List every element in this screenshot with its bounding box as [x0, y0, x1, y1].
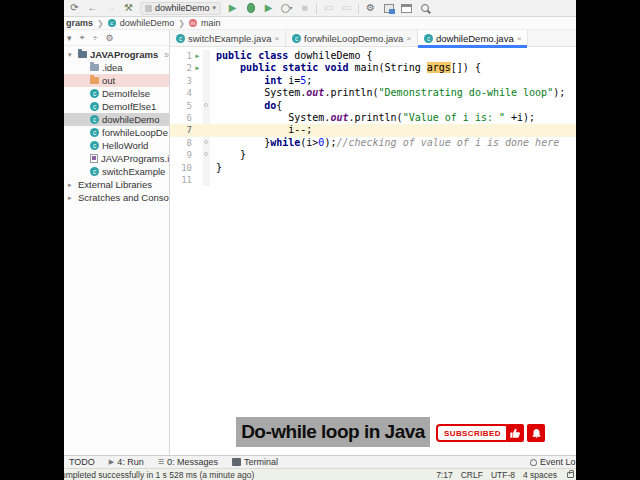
project-tree: ▾JAVAProgramssou.ideaoutcDemoIfelsecDemo…: [64, 46, 169, 204]
gutter: [192, 100, 203, 112]
breadcrumb-method[interactable]: main: [201, 18, 221, 28]
code-editor[interactable]: 1▶public class dowhileDemo {2▶ public st…: [170, 47, 576, 455]
tab-switchExample-java[interactable]: cswitchExample.java×: [170, 30, 286, 47]
code-line-3[interactable]: 3 int i=5;: [170, 75, 576, 87]
view-selector-chevron-icon[interactable]: ▾: [67, 33, 72, 43]
chevron-right-icon[interactable]: ▸: [68, 194, 75, 202]
chevron-right-icon[interactable]: ▸: [68, 181, 75, 189]
collapse-all-icon[interactable]: ÷: [93, 33, 98, 43]
line-ending-indicator[interactable]: CRLF: [461, 470, 483, 480]
close-icon[interactable]: ×: [274, 34, 279, 43]
code-line-2[interactable]: 2▶ public static void main(String args[]…: [170, 62, 576, 74]
fold-strip: [203, 124, 210, 136]
build-hammer-icon[interactable]: ⚒: [122, 2, 135, 15]
event-log-button[interactable]: Event Lo: [530, 457, 576, 467]
encoding-indicator[interactable]: UTF-8: [491, 470, 515, 480]
breadcrumb-class[interactable]: dowhileDemo: [120, 18, 175, 28]
code-line-8[interactable]: 8 }while(i>0);//checking of value of i i…: [170, 137, 576, 149]
caret-position[interactable]: 7:17: [436, 470, 453, 480]
run-coverage-button[interactable]: ▶: [262, 2, 275, 15]
code-line-4[interactable]: 4 System.out.println("Demonstrating do-w…: [170, 87, 576, 99]
chevron-down-icon[interactable]: ▾: [68, 51, 75, 59]
breadcrumb-project[interactable]: grams: [66, 18, 93, 28]
run-button[interactable]: ▶: [226, 2, 239, 15]
fold-strip: [203, 149, 210, 161]
back-icon[interactable]: ←: [86, 2, 99, 15]
tree-item-forwhileloopde[interactable]: cforwhileLoopDe: [64, 126, 169, 139]
gear-icon[interactable]: ⚙: [106, 33, 114, 43]
indent-indicator[interactable]: 4 spaces: [523, 470, 557, 480]
video-caption: Do-while loop in Java: [236, 417, 430, 447]
window-icon[interactable]: [400, 2, 413, 15]
tree-item-dowhiledemo[interactable]: cdowhileDemo: [64, 113, 169, 126]
code-line-10[interactable]: 10}: [170, 162, 576, 174]
tree-item-switchexample[interactable]: cswitchExample: [64, 165, 169, 178]
run-configuration-select[interactable]: dowhileDemo ▾: [140, 2, 221, 15]
fold-strip: [203, 174, 210, 186]
code-line-1[interactable]: 1▶public class dowhileDemo {: [170, 50, 576, 62]
lock-icon[interactable]: [567, 472, 574, 478]
search-icon[interactable]: [418, 2, 431, 15]
gutter: [192, 162, 203, 174]
tree-item--idea[interactable]: .idea: [64, 61, 169, 74]
caption-title: Do-while loop in Java: [241, 421, 425, 443]
messages-toolwindow-button[interactable]: ☰ 0: Messages: [158, 457, 218, 467]
fold-marker-icon[interactable]: [204, 103, 208, 107]
tree-item-scratches-and-conso[interactable]: ▸Scratches and Conso: [64, 191, 169, 204]
toolbar-separator: [316, 3, 317, 14]
status-bar: ompleted successfully in 1 s 528 ms (a m…: [64, 468, 576, 480]
attach-icon[interactable]: ▭: [322, 2, 335, 15]
chevron-right-icon: ❯: [178, 19, 185, 28]
tree-item-helloworld[interactable]: cHelloWorld: [64, 139, 169, 152]
project-structure-icon[interactable]: [382, 2, 395, 15]
code-line-7[interactable]: 7 i--;: [170, 124, 576, 136]
project-panel-header: ▾ ⌖ ÷ ⚙: [64, 30, 169, 46]
code-text: i--;: [210, 124, 312, 136]
thumbs-up-icon: [509, 427, 521, 439]
run-toolwindow-button[interactable]: ▶ 4: Run: [109, 457, 144, 467]
method-icon: m: [189, 19, 197, 27]
line-number: 4: [170, 87, 192, 99]
profiler-button[interactable]: ▾: [280, 2, 293, 15]
close-icon[interactable]: ×: [406, 34, 411, 43]
tree-item-label: out: [102, 75, 115, 86]
class-icon: c: [176, 34, 185, 43]
gutter: [192, 112, 203, 124]
refresh-icon[interactable]: ⟳: [68, 2, 81, 15]
status-message[interactable]: ompleted successfully in 1 s 528 ms (a m…: [64, 470, 254, 480]
tab-forwhileLoopDemo-java[interactable]: cforwhileLoopDemo.java×: [286, 30, 418, 47]
debug-button[interactable]: [244, 2, 257, 15]
code-line-11[interactable]: 11: [170, 174, 576, 186]
fold-strip: [203, 162, 210, 174]
code-line-6[interactable]: 6 System.out.println("Value of i is: " +…: [170, 112, 576, 124]
fold-marker-icon[interactable]: [204, 152, 208, 156]
excluded-folder-icon: [90, 77, 99, 84]
tree-item-out[interactable]: out: [64, 74, 169, 87]
todo-toolwindow-button[interactable]: TODO: [69, 457, 95, 467]
bell-icon: [531, 428, 542, 439]
forward-icon[interactable]: →: [104, 2, 117, 15]
run-gutter-icon[interactable]: ▶: [192, 50, 203, 62]
terminal-toolwindow-button[interactable]: Terminal: [232, 457, 278, 467]
class-icon: c: [90, 115, 99, 124]
fold-strip: [203, 100, 210, 112]
fold-marker-icon[interactable]: [204, 140, 208, 144]
run-gutter-icon[interactable]: ▶: [192, 62, 203, 74]
line-number: 11: [170, 174, 192, 186]
tree-item-demoifelse1[interactable]: cDemoIfElse1: [64, 100, 169, 113]
wrench-icon[interactable]: ⚙: [364, 2, 377, 15]
tree-item-javaprograms-i[interactable]: JAVAPrograms.i: [64, 152, 169, 165]
dump-icon[interactable]: ▭: [340, 2, 353, 15]
tree-item-javaprograms[interactable]: ▾JAVAProgramssou: [64, 48, 169, 61]
code-line-9[interactable]: 9 }: [170, 149, 576, 161]
tree-item-external-libraries[interactable]: ▸External Libraries: [64, 178, 169, 191]
stop-button[interactable]: ■: [298, 2, 311, 15]
code-line-5[interactable]: 5 do{: [170, 100, 576, 112]
fold-strip: [203, 87, 210, 99]
close-icon[interactable]: ×: [517, 34, 522, 43]
tree-item-label: JAVAPrograms.i: [101, 153, 169, 164]
locate-icon[interactable]: ⌖: [80, 32, 85, 43]
chevron-right-icon: ❯: [97, 19, 104, 28]
tab-dowhileDemo-java[interactable]: cdowhileDemo.java×: [418, 30, 528, 47]
tree-item-demoifelse[interactable]: cDemoIfelse: [64, 87, 169, 100]
